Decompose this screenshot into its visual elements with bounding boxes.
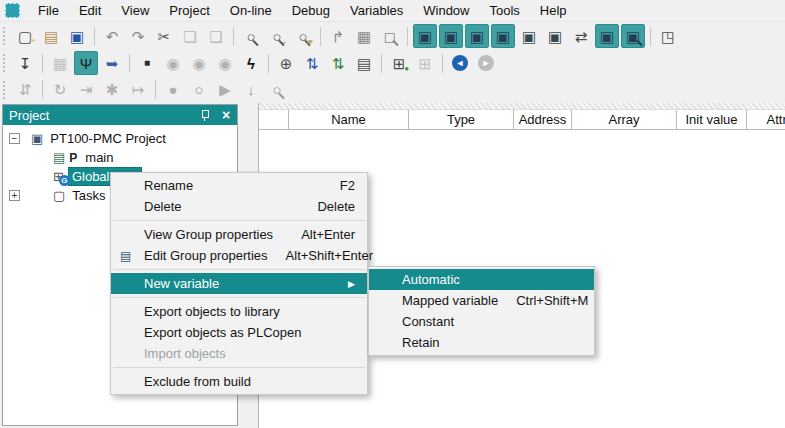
menu-item-on-line[interactable]: On-line (220, 0, 282, 22)
context-item-new-variable[interactable]: New variable▶ (111, 273, 367, 294)
menu-item-file[interactable]: File (28, 0, 69, 22)
print-button[interactable]: ▦ (352, 24, 376, 48)
breakpoint-filled-button[interactable]: ● (161, 78, 185, 102)
download-to-plc-button[interactable]: ↧ (13, 51, 37, 75)
submenu-item-constant[interactable]: Constant (369, 311, 594, 332)
menu-item-shortcut: Alt+Enter (283, 227, 355, 242)
column-header-type[interactable]: Type (409, 110, 514, 130)
debug-step-button[interactable]: ↦ (126, 78, 150, 102)
context-item-view-group-properties[interactable]: View Group propertiesAlt+Enter (111, 224, 367, 245)
view-find-window-button[interactable]: ▣ (621, 24, 645, 48)
submenu-item-retain[interactable]: Retain (369, 332, 594, 353)
find-next-button[interactable]: ○→ (265, 24, 289, 48)
undo-button[interactable]: ↶ (100, 24, 124, 48)
paste-button[interactable]: ❑ (204, 24, 228, 48)
menu-item-window[interactable]: Window (413, 0, 479, 22)
copy-button[interactable]: ❏ (178, 24, 202, 48)
find-button[interactable]: ○ (239, 24, 263, 48)
stop-button[interactable]: ■ (135, 51, 159, 75)
column-header-array[interactable]: Array (572, 110, 677, 130)
toolbar-grip[interactable] (3, 81, 8, 99)
view-project-window-button[interactable]: ▣ (413, 24, 437, 48)
tree-item-main[interactable]: ▤Pmain (3, 148, 237, 167)
cut-button[interactable]: ✂ (152, 24, 176, 48)
view-settings-window-button[interactable]: ▣ (543, 24, 567, 48)
toolbar-grip[interactable] (3, 27, 8, 45)
menu-item-help[interactable]: Help (530, 0, 577, 22)
new-file-button[interactable]: ▢* (13, 24, 37, 48)
grid-insert-button[interactable]: ⊞● (387, 51, 411, 75)
toolbar-separator (155, 80, 156, 99)
view-watch-window-button[interactable]: ▣ (517, 24, 541, 48)
debug-play-button[interactable]: ▶ (213, 78, 237, 102)
navigate-forward-button[interactable]: ► (474, 51, 498, 75)
column-header-rownum[interactable] (259, 110, 289, 130)
debug-detach-button[interactable]: ○ (265, 78, 289, 102)
online-mode-button[interactable]: ➥ (100, 51, 124, 75)
debug-settings-button[interactable]: ✱ (100, 78, 124, 102)
debug-run-cycle-button[interactable]: ↻ (48, 78, 72, 102)
close-icon[interactable]: × (219, 108, 233, 122)
view-crossref-window-button[interactable]: ⇄ (569, 24, 593, 48)
context-item-edit-group-properties[interactable]: ▤Edit Group propertiesAlt+Shift+Enter (111, 245, 367, 266)
open-file-button[interactable]: ▤ (39, 24, 63, 48)
debug-exit-button[interactable]: ⇥ (74, 78, 98, 102)
properties-form-button[interactable]: ▤ (352, 51, 376, 75)
debug-step-down-button[interactable]: ↓ (239, 78, 263, 102)
breakpoint-empty-button[interactable]: ○ (187, 78, 211, 102)
pin-icon[interactable] (199, 109, 211, 122)
io-refresh-button[interactable]: ⇅ (326, 51, 350, 75)
trace-transfer-button[interactable]: ⇵ (13, 78, 37, 102)
navigate-back-button[interactable]: ◄ (448, 51, 472, 75)
tree-item-pt100-pmc-project[interactable]: −▣PT100-PMC Project (3, 129, 237, 148)
run-mode-1-button[interactable]: ◉ (161, 51, 185, 75)
debug-run-cycle-icon: ↻ (54, 82, 67, 97)
menu-item-view[interactable]: View (111, 0, 159, 22)
pou-type-letter: P (69, 151, 77, 165)
context-item-export-objects-as-plcopen[interactable]: Export objects as PLCopen (111, 322, 367, 343)
application-window: FileEditViewProjectOn-lineDebugVariables… (0, 0, 785, 428)
menu-item-variables[interactable]: Variables (340, 0, 413, 22)
context-menu: RenameF2DeleteDeleteView Group propertie… (110, 172, 368, 395)
view-library-window-button[interactable]: ▣ (465, 24, 489, 48)
io-exchange-button[interactable]: ⇅ (300, 51, 324, 75)
run-mode-3-button[interactable]: ◉ (213, 51, 237, 75)
redo-button[interactable]: ↷ (126, 24, 150, 48)
view-io-window-button[interactable]: ▣ (491, 24, 515, 48)
column-header-name[interactable]: Name (289, 110, 409, 130)
menu-item-project[interactable]: Project (159, 0, 219, 22)
context-item-export-objects-to-library[interactable]: Export objects to library (111, 301, 367, 322)
tree-expander-plus-icon[interactable]: + (9, 190, 20, 201)
column-header-init-value[interactable]: Init value (677, 110, 747, 130)
grid-button[interactable]: ⊞ (413, 51, 437, 75)
menu-item-label: View Group properties (144, 227, 273, 242)
submenu-item-automatic[interactable]: Automatic (369, 269, 594, 290)
submenu-item-mapped-variable[interactable]: Mapped variableCtrl+Shift+M (369, 290, 594, 311)
menu-item-edit[interactable]: Edit (69, 0, 111, 22)
column-header-attributes[interactable]: Attributes (747, 110, 785, 130)
connect-plc-button[interactable]: Ψ (74, 51, 98, 75)
column-header-address[interactable]: Address (514, 110, 572, 130)
print-preview-button[interactable]: ◻ (378, 24, 402, 48)
device-config-button[interactable]: ▦ (48, 51, 72, 75)
menu-item-debug[interactable]: Debug (282, 0, 340, 22)
context-item-delete[interactable]: DeleteDelete (111, 196, 367, 217)
fullscreen-button[interactable]: ◳ (656, 24, 680, 48)
run-mode-2-button[interactable]: ◉ (187, 51, 211, 75)
new-file-badge-icon: * (32, 38, 35, 46)
find-in-project-button[interactable]: ○▰ (291, 24, 315, 48)
menu-item-tools[interactable]: Tools (480, 0, 530, 22)
tree-expander-minus-icon[interactable]: − (9, 133, 20, 144)
view-pou-window-button[interactable]: ▣ (439, 24, 463, 48)
context-item-exclude-from-build[interactable]: Exclude from build (111, 371, 367, 392)
view-info-window-button[interactable]: ▣ (595, 24, 619, 48)
debug-detach-icon: ○ (272, 82, 281, 97)
find-next-badge-icon: → (279, 38, 287, 46)
global-vars-badge-icon: G (59, 175, 70, 186)
toolbar-grip[interactable] (3, 54, 8, 72)
context-item-rename[interactable]: RenameF2 (111, 175, 367, 196)
force-values-button[interactable]: ϟ (239, 51, 263, 75)
network-window-button[interactable]: ⊕ (274, 51, 298, 75)
save-button[interactable]: ▣ (65, 24, 89, 48)
export-button[interactable]: ↱ (326, 24, 350, 48)
